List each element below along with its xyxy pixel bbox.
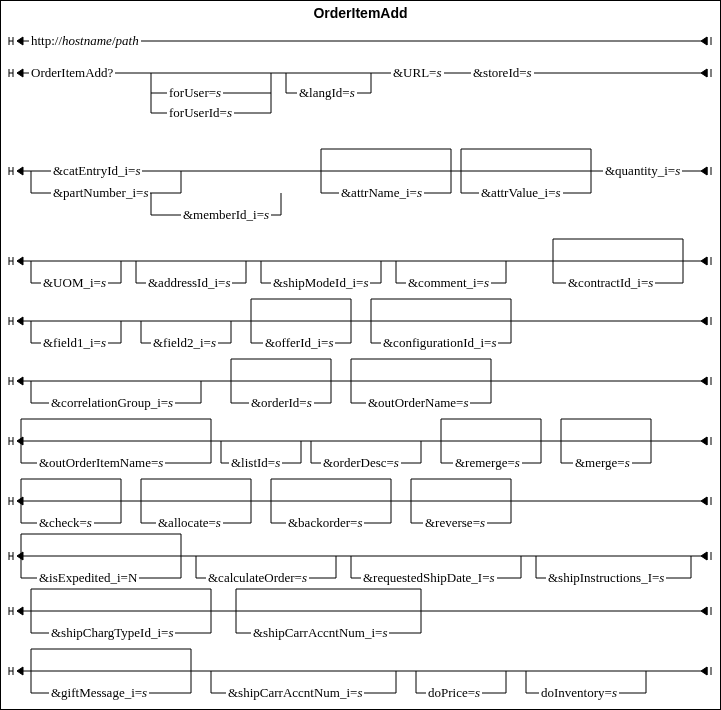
token-doinventory: doInventory=s — [539, 686, 619, 700]
token-configurationid: &configurationId_i=s — [381, 336, 498, 350]
token-giftmessage: &giftMessage_i=s — [49, 686, 149, 700]
token-orderid: &orderId=s — [249, 396, 314, 410]
rail-lines — [1, 1, 721, 710]
token-orderdesc: &orderDesc=s — [321, 456, 401, 470]
token-url: http://hostname/path — [29, 34, 141, 48]
token-offerid: &offerId_i=s — [263, 336, 335, 350]
token-requestedshipdate: &requestedShipDate_I=s — [361, 571, 497, 585]
token-addressid: &addressId_i=s — [146, 276, 232, 290]
token-quantity: &quantity_i=s — [603, 164, 682, 178]
token-reverse: &reverse=s — [423, 516, 487, 530]
token-memberid: &memberId_i=s — [181, 208, 271, 222]
token-shipchargtypeid: &shipChargTypeId_i=s — [49, 626, 175, 640]
token-shipcarraccntnum2: &shipCarrAccntNum_i=s — [226, 686, 364, 700]
token-field2: &field2_i=s — [151, 336, 218, 350]
token-shipcarraccntnum1: &shipCarrAccntNum_i=s — [251, 626, 389, 640]
token-listid: &listId=s — [229, 456, 282, 470]
token-storeid: &storeId=s — [471, 66, 534, 80]
token-contractid: &contractId_i=s — [566, 276, 655, 290]
token-shipinstructions: &shipInstructions_I=s — [546, 571, 666, 585]
token-backorder: &backorder=s — [286, 516, 364, 530]
token-foruserid: forUserId=s — [167, 106, 234, 120]
token-uom: &UOM_i=s — [41, 276, 108, 290]
token-foruser: forUser=s — [167, 86, 223, 100]
token-outordername: &outOrderName=s — [366, 396, 470, 410]
token-doprice: doPrice=s — [426, 686, 482, 700]
token-merge: &merge=s — [573, 456, 632, 470]
token-calculateorder: &calculateOrder=s — [206, 571, 309, 585]
token-catentryid: &catEntryId_i=s — [51, 164, 142, 178]
token-remerge: &remerge=s — [453, 456, 522, 470]
token-check: &check=s — [37, 516, 94, 530]
token-comment: &comment_i=s — [406, 276, 491, 290]
token-langid: &langId=s — [297, 86, 357, 100]
token-outorderitemname: &outOrderItemName=s — [37, 456, 165, 470]
token-shipmodeid: &shipModeId_i=s — [271, 276, 370, 290]
token-field1: &field1_i=s — [41, 336, 108, 350]
syntax-diagram-frame: OrderItemAdd — [0, 0, 721, 710]
token-command: OrderItemAdd? — [29, 66, 115, 80]
token-attrvalue: &attrValue_i=s — [479, 186, 563, 200]
token-allocate: &allocate=s — [156, 516, 223, 530]
token-isexpedited: &isExpedited_i=N — [37, 571, 139, 585]
token-partnumber: &partNumber_i=s — [51, 186, 150, 200]
token-correlationgroup: &correlationGroup_i=s — [49, 396, 175, 410]
token-attrname: &attrName_i=s — [339, 186, 424, 200]
token-url-param: &URL=s — [391, 66, 444, 80]
